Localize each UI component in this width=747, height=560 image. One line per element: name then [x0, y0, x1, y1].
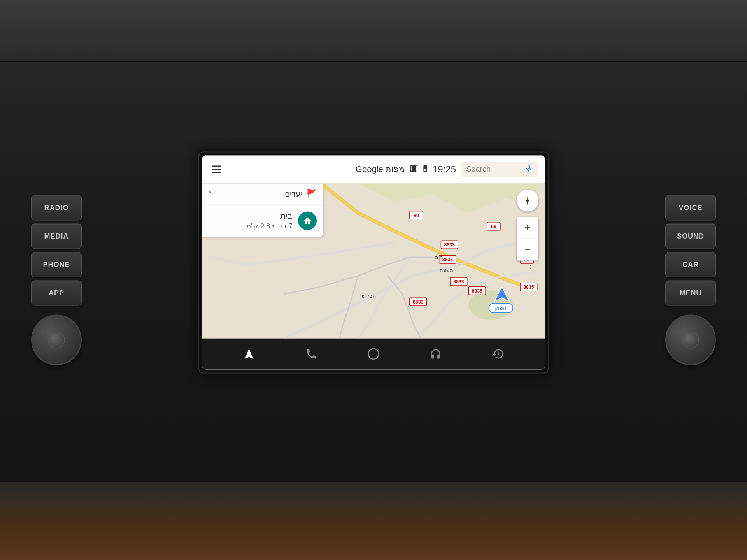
destination-name: בית [209, 211, 293, 221]
sound-button[interactable]: SOUND [665, 223, 716, 249]
destinations-header[interactable]: 🚩 יעדים ^ [202, 183, 323, 205]
compass-button[interactable] [517, 190, 538, 211]
app-title: מפות Google [229, 164, 405, 174]
bottom-nav [202, 338, 545, 369]
search-bar[interactable]: Search [461, 162, 538, 177]
destination-details: 7 דק' • 2.8 ק"מ [209, 222, 293, 230]
hamburger-menu-icon[interactable] [209, 162, 224, 176]
dash-bottom-trim [0, 482, 747, 560]
svg-text:הית: הית [435, 254, 443, 260]
svg-point-31 [368, 349, 379, 359]
app-button[interactable]: APP [31, 280, 82, 305]
voice-button[interactable]: VOICE [665, 195, 716, 220]
nav-home[interactable] [362, 342, 385, 365]
radio-button[interactable]: RADIO [31, 195, 82, 220]
destinations-title: יעדים [216, 189, 302, 198]
svg-text:8833: 8833 [413, 299, 424, 305]
zoom-in-button[interactable]: + [517, 217, 538, 239]
destinations-panel: 🚩 יעדים ^ בית 7 דק' • 2.8 ק"מ [202, 183, 323, 237]
menu-button[interactable]: MENU [665, 280, 716, 305]
svg-text:8833: 8833 [444, 242, 455, 248]
svg-text:89: 89 [491, 224, 496, 229]
dash-top-trim [0, 0, 747, 62]
map-area[interactable]: 89 89 89 8833 8833 8833 8833 [202, 183, 545, 338]
microphone-icon[interactable] [524, 164, 533, 175]
svg-text:השוק: השוק [494, 305, 507, 311]
zoom-controls: + − [517, 217, 538, 260]
phone-button[interactable]: PHONE [31, 252, 82, 277]
svg-text:8835: 8835 [523, 284, 534, 290]
car-button[interactable]: CAR [665, 252, 716, 277]
nav-audio[interactable] [424, 342, 447, 365]
top-bar: מפות Google [202, 155, 545, 183]
home-icon-circle [298, 211, 317, 230]
svg-text:89: 89 [414, 212, 419, 218]
chevron-up-icon: ^ [209, 190, 212, 197]
nav-recent[interactable] [486, 342, 510, 365]
search-placeholder: Search [466, 165, 521, 174]
left-knob[interactable] [31, 314, 82, 365]
android-auto-screen: מפות Google [202, 155, 545, 369]
svg-text:8833: 8833 [442, 257, 453, 262]
nav-phone[interactable] [300, 342, 323, 365]
svg-rect-0 [424, 169, 426, 171]
right-knob[interactable] [665, 314, 716, 365]
svg-text:מעונה: מעונה [440, 267, 453, 273]
media-button[interactable]: MEDIA [31, 223, 82, 249]
screen-bezel: מפות Google [198, 151, 549, 373]
svg-point-30 [526, 199, 529, 202]
left-button-panel: RADIO MEDIA PHONE APP [31, 195, 82, 365]
zoom-out-button[interactable]: − [517, 239, 538, 260]
map-controls: + − [517, 190, 538, 260]
right-button-panel: VOICE SOUND CAR MENU [665, 195, 716, 365]
signal-icon [409, 164, 418, 174]
time-display: 19:25 [433, 164, 456, 175]
flag-icon: 🚩 [306, 189, 317, 199]
svg-text:8833: 8833 [453, 279, 464, 284]
status-icons: 19:25 [409, 164, 456, 175]
nav-navigation[interactable] [237, 342, 261, 365]
svg-text:הברוש: הברוש [362, 293, 376, 299]
destination-item[interactable]: בית 7 דק' • 2.8 ק"מ [202, 205, 323, 237]
destination-info: בית 7 דק' • 2.8 ק"מ [209, 211, 293, 230]
battery-icon [421, 164, 430, 174]
svg-text:8835: 8835 [472, 288, 483, 293]
dashboard: RADIO MEDIA PHONE APP VOICE SOUND CAR ME… [0, 0, 747, 560]
